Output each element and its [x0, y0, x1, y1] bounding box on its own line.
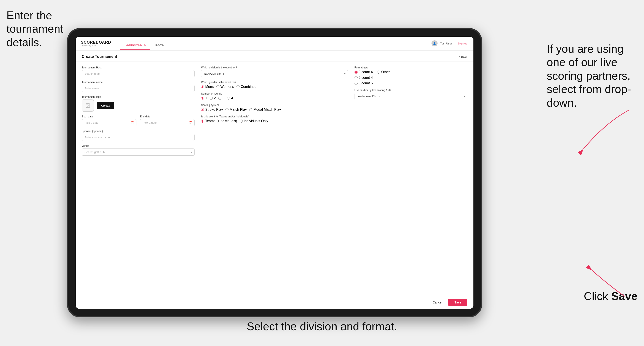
upload-button[interactable]: Upload	[97, 102, 114, 109]
form-footer: Cancel Save	[76, 296, 474, 309]
gender-radio-group: Mens Womens Combined	[201, 85, 348, 89]
scoring-medal-match-radio[interactable]	[249, 108, 252, 111]
venue-input[interactable]	[82, 149, 194, 156]
gender-mens-option[interactable]: Mens	[201, 85, 214, 89]
sponsor-input[interactable]	[82, 134, 194, 141]
division-label: Which division is the event for?	[201, 66, 348, 69]
rounds-3-radio[interactable]	[218, 97, 221, 100]
format-6count5-label: 6 count 5	[359, 81, 373, 85]
teams-plus-individuals-option[interactable]: Teams (+Individuals)	[201, 119, 237, 123]
cancel-button[interactable]: Cancel	[429, 299, 446, 306]
end-date-group: End date 📅	[140, 115, 194, 126]
annotation-select-division: Select the division and format.	[247, 320, 397, 333]
header-separator: |	[455, 42, 455, 45]
live-scoring-clear[interactable]: ✕	[379, 95, 381, 98]
live-scoring-group: Use third-party live scoring API? Leader…	[354, 89, 468, 100]
scoring-match-radio[interactable]	[226, 108, 228, 111]
rounds-4-radio[interactable]	[227, 97, 230, 100]
form-column-right: Format type 5 count 4 Other	[354, 66, 468, 292]
user-avatar: 👤	[432, 40, 438, 46]
teams-group: Is this event for Teams and/or Individua…	[201, 115, 348, 123]
scoring-match-label: Match Play	[230, 108, 247, 112]
rounds-4-option[interactable]: 4	[227, 96, 233, 100]
scoring-label: Scoring system	[201, 104, 348, 107]
individuals-only-label: Individuals Only	[244, 119, 268, 123]
dropdown-controls: ▾	[463, 95, 465, 98]
sign-out-link[interactable]: Sign out	[458, 42, 468, 45]
division-group: Which division is the event for? NCAA Di…	[201, 66, 348, 77]
rounds-3-option[interactable]: 3	[218, 96, 224, 100]
tournament-host-group: Tournament Host	[82, 66, 194, 77]
teams-plus-individuals-radio[interactable]	[201, 120, 204, 123]
back-link[interactable]: Back	[459, 55, 468, 58]
rounds-2-option[interactable]: 2	[210, 96, 216, 100]
form-body: Tournament Host Tournament name Tourname…	[76, 62, 474, 296]
teams-radio-group: Teams (+Individuals) Individuals Only	[201, 119, 348, 123]
tournament-host-input[interactable]	[82, 70, 194, 77]
scoring-match-option[interactable]: Match Play	[226, 108, 247, 112]
live-scoring-value: Leaderboard King	[357, 95, 378, 98]
format-other-radio[interactable]	[377, 71, 380, 74]
nav-tab-tournaments[interactable]: TOURNAMENTS	[120, 37, 150, 50]
rounds-2-radio[interactable]	[210, 97, 213, 100]
nav-tab-teams[interactable]: TEAMS	[150, 37, 168, 50]
user-name: Test User	[440, 42, 452, 45]
teams-plus-individuals-label: Teams (+Individuals)	[205, 119, 237, 123]
end-date-input[interactable]	[140, 119, 194, 126]
app-logo-sub: Powered by clippi	[81, 45, 111, 47]
individuals-only-radio[interactable]	[240, 120, 243, 123]
format-5count4-radio[interactable]	[354, 71, 358, 74]
scoring-medal-match-option[interactable]: Medal Match Play	[249, 108, 281, 112]
gender-combined-option[interactable]: Combined	[236, 85, 256, 89]
gender-mens-radio[interactable]	[201, 85, 204, 88]
tournament-name-label: Tournament name	[82, 81, 194, 84]
sponsor-group: Sponsor (optional)	[82, 130, 194, 141]
page-header: Create Tournament Back	[76, 50, 474, 62]
gender-combined-radio[interactable]	[236, 85, 240, 88]
scoring-stroke-radio[interactable]	[201, 108, 204, 111]
gender-mens-label: Mens	[205, 85, 214, 89]
rounds-1-label: 1	[205, 96, 207, 100]
format-6count5-option[interactable]: 6 count 5	[354, 81, 468, 85]
rounds-3-label: 3	[222, 96, 224, 100]
format-6count5-radio[interactable]	[354, 82, 358, 85]
format-type-label: Format type	[354, 66, 468, 69]
format-other-option[interactable]: Other	[377, 70, 390, 74]
format-5count4-option[interactable]: 5 count 4	[354, 70, 373, 74]
rounds-1-option[interactable]: 1	[201, 96, 207, 100]
tablet-screen: SCOREBOARD Powered by clippi TOURNAMENTS…	[76, 37, 474, 309]
gender-womens-label: Womens	[220, 85, 234, 89]
save-button[interactable]: Save	[448, 299, 468, 306]
end-date-label: End date	[140, 115, 194, 118]
venue-group: Venue	[82, 144, 194, 156]
logo-placeholder	[82, 100, 94, 112]
live-scoring-tag: Leaderboard King ✕	[357, 95, 381, 98]
live-scoring-dropdown[interactable]: Leaderboard King ✕ ▾	[354, 93, 468, 100]
scoring-stroke-option[interactable]: Stroke Play	[201, 108, 223, 112]
rounds-1-radio[interactable]	[201, 97, 204, 100]
division-select[interactable]: NCAA Division I	[201, 70, 348, 77]
gender-group: Which gender is the event for? Mens Wome…	[201, 81, 348, 89]
rounds-radio-group: 1 2 3 4	[201, 96, 348, 100]
annotation-live-scoring: If you are using one of our live scoring…	[547, 42, 638, 109]
dropdown-arrow-icon[interactable]: ▾	[464, 95, 465, 98]
format-6count4-option[interactable]: 6 count 4	[354, 76, 468, 80]
start-date-input[interactable]	[82, 119, 136, 126]
division-select-wrapper: NCAA Division I	[201, 70, 348, 77]
rounds-2-label: 2	[214, 96, 216, 100]
start-date-wrapper: 📅	[82, 119, 136, 126]
svg-point-5	[87, 104, 87, 105]
gender-label: Which gender is the event for?	[201, 81, 348, 84]
page-title: Create Tournament	[82, 54, 117, 59]
format-type-options: 5 count 4 Other 6 count 4	[354, 70, 468, 85]
form-column-left: Tournament Host Tournament name Tourname…	[82, 66, 194, 292]
individuals-only-option[interactable]: Individuals Only	[240, 119, 268, 123]
rounds-label: Number of rounds	[201, 92, 348, 95]
format-6count4-radio[interactable]	[354, 76, 358, 79]
gender-womens-radio[interactable]	[216, 85, 220, 88]
teams-label: Is this event for Teams and/or Individua…	[201, 115, 348, 118]
tournament-name-input[interactable]	[82, 85, 194, 92]
gender-womens-option[interactable]: Womens	[216, 85, 234, 89]
app-logo: SCOREBOARD	[81, 40, 111, 45]
format-other-label: Other	[381, 70, 390, 74]
